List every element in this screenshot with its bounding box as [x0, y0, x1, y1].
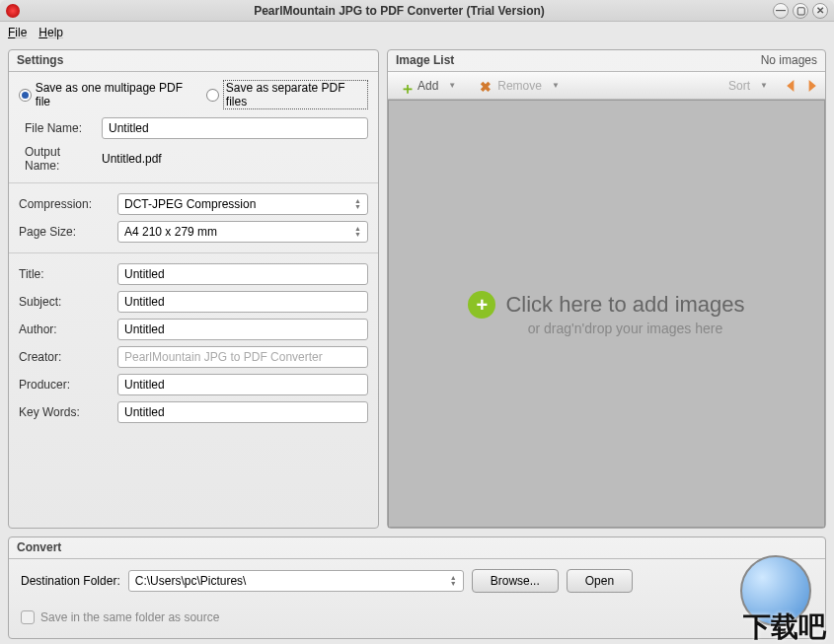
convert-start-button[interactable]: [740, 555, 811, 626]
remove-label: Remove: [497, 79, 542, 93]
same-folder-label: Save in the same folder as source: [40, 610, 219, 624]
remove-dropdown-icon[interactable]: ▼: [552, 81, 560, 90]
menu-file[interactable]: File: [8, 26, 27, 39]
output-name-label: Output Name:: [19, 145, 96, 173]
window-buttons: — ▢ ✕: [773, 3, 828, 19]
drop-area[interactable]: + Click here to add images or drag'n'dro…: [388, 100, 825, 528]
output-name-value: Untitled.pdf: [102, 152, 162, 166]
drop-title: Click here to add images: [505, 292, 744, 318]
image-list-title: Image List: [396, 53, 454, 68]
destination-label: Destination Folder:: [21, 574, 120, 588]
page-size-label: Page Size:: [19, 225, 112, 239]
image-list-panel: Image List No images ＋ Add ▼ ✖ Remove ▼ …: [387, 49, 826, 529]
menubar: File Help: [0, 22, 834, 43]
page-size-select[interactable]: A4 210 x 279 mm ▲▼: [117, 221, 368, 243]
subject-input[interactable]: [117, 291, 368, 313]
keywords-label: Key Words:: [19, 405, 112, 419]
window-title: PearlMountain JPG to PDF Converter (Tria…: [26, 4, 773, 18]
title-label: Title:: [19, 267, 112, 281]
select-arrow-icon: ▲▼: [354, 226, 361, 238]
radio-icon: [19, 89, 32, 102]
add-dropdown-icon[interactable]: ▼: [448, 81, 456, 90]
minimize-button[interactable]: —: [773, 3, 789, 19]
producer-input[interactable]: [117, 374, 368, 395]
compression-label: Compression:: [19, 197, 112, 211]
image-list-status: No images: [761, 53, 817, 68]
add-button[interactable]: ＋ Add: [394, 77, 444, 95]
prev-arrow-icon[interactable]: [784, 78, 799, 94]
destination-value: C:\Users\pc\Pictures\: [135, 574, 247, 588]
author-input[interactable]: [117, 319, 368, 340]
file-name-label: File Name:: [19, 121, 96, 135]
save-one-label: Save as one multipage PDF file: [36, 81, 196, 108]
save-separate-radio[interactable]: Save as separate PDF files: [206, 80, 368, 109]
author-label: Author:: [19, 322, 112, 336]
settings-header: Settings: [9, 50, 378, 72]
remove-icon: ✖: [480, 79, 493, 93]
remove-button[interactable]: ✖ Remove: [474, 77, 548, 95]
convert-panel: Convert Destination Folder: C:\Users\pc\…: [8, 537, 826, 639]
titlebar: PearlMountain JPG to PDF Converter (Tria…: [0, 0, 834, 22]
close-button[interactable]: ✕: [812, 3, 828, 19]
file-name-input[interactable]: [102, 117, 368, 139]
creator-input: [117, 346, 368, 368]
keywords-input[interactable]: [117, 401, 368, 423]
save-separate-label: Save as separate PDF files: [223, 80, 368, 109]
same-folder-checkbox[interactable]: [21, 610, 35, 624]
producer-label: Producer:: [19, 378, 112, 392]
open-button[interactable]: Open: [567, 569, 633, 593]
image-toolbar: ＋ Add ▼ ✖ Remove ▼ Sort ▼: [388, 72, 825, 100]
compression-select[interactable]: DCT-JPEG Compression ▲▼: [117, 193, 368, 215]
sort-label: Sort: [728, 79, 750, 93]
settings-panel: Settings Save as one multipage PDF file …: [8, 49, 379, 529]
add-label: Add: [417, 79, 438, 93]
plus-icon: ＋: [400, 79, 414, 93]
compression-value: DCT-JPEG Compression: [124, 197, 256, 211]
menu-help[interactable]: Help: [38, 26, 63, 39]
save-one-radio[interactable]: Save as one multipage PDF file: [19, 81, 196, 108]
convert-header: Convert: [9, 537, 825, 559]
select-arrow-icon: ▲▼: [450, 575, 457, 587]
page-size-value: A4 210 x 279 mm: [124, 225, 217, 239]
title-input[interactable]: [117, 263, 368, 285]
maximize-button[interactable]: ▢: [793, 3, 808, 19]
subject-label: Subject:: [19, 295, 112, 309]
destination-select[interactable]: C:\Users\pc\Pictures\ ▲▼: [128, 570, 464, 592]
app-icon: [6, 4, 20, 18]
plus-circle-icon: +: [468, 291, 495, 319]
select-arrow-icon: ▲▼: [354, 198, 361, 210]
image-list-header: Image List No images: [388, 50, 825, 72]
creator-label: Creator:: [19, 350, 112, 364]
browse-button[interactable]: Browse...: [472, 569, 559, 593]
sort-button[interactable]: Sort: [722, 77, 756, 95]
radio-icon: [206, 89, 219, 102]
next-arrow-icon[interactable]: [803, 78, 819, 94]
drop-subtitle: or drag'n'drop your images here: [528, 321, 723, 336]
sort-dropdown-icon[interactable]: ▼: [760, 81, 768, 90]
